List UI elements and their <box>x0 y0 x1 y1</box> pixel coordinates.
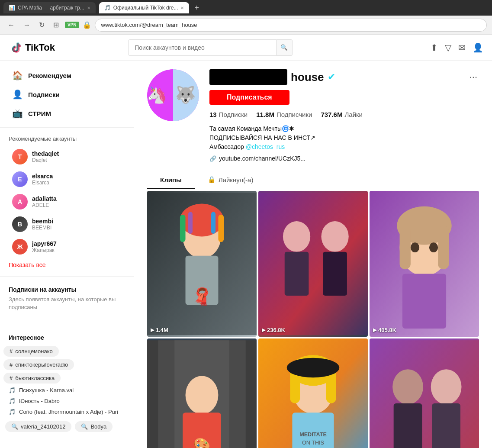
tab-1[interactable]: 📊 CPA Mafia — арбитраж тр... ✕ <box>3 2 96 13</box>
upload-icon[interactable]: ⬆ <box>431 42 438 53</box>
video-card-6[interactable]: ▶ 103.2K <box>370 338 479 448</box>
search-label-1: valeria_24102012 <box>21 423 65 430</box>
music-item-3[interactable]: 🎵 Соño (feat. Jhorrmountain x Adje) - Pu… <box>0 406 134 417</box>
stat-followers-number: 11.8M <box>256 111 274 118</box>
sidebar-account-japyr667[interactable]: Ж japyr667 Жапырак <box>3 235 130 258</box>
video-card-4[interactable]: 🎨 ▶ 1.6M <box>147 338 257 448</box>
hashtag-icon-1: # <box>10 348 13 355</box>
video-card-1[interactable]: 🧣 ▶ 1.4M <box>147 191 257 337</box>
profile-tabs: Клипы 🔒 Лайкнул(-а) <box>147 171 479 189</box>
show-all-link[interactable]: Показать все <box>0 258 134 272</box>
hashtag-icon-2: # <box>10 361 13 368</box>
tab1-close-button[interactable]: ✕ <box>87 6 90 10</box>
video-card-2[interactable]: ▶ 236.8K <box>258 191 368 337</box>
svg-text:🧣: 🧣 <box>192 287 212 306</box>
sidebar-divider-1 <box>0 127 134 128</box>
subscribe-button[interactable]: Подписаться <box>209 90 289 105</box>
forward-button[interactable]: → <box>21 19 33 31</box>
account-name-adaliatta: adaliatta <box>32 195 57 202</box>
sidebar: 🏠 Рекомендуем 👤 Подписки 📺 СТРИМ Рекомен… <box>0 61 134 448</box>
account-name-japyr667: japyr667 <box>32 240 57 247</box>
search-item-2[interactable]: 🔍 Bodya <box>75 421 113 432</box>
sidebar-item-subscriptions[interactable]: 👤 Подписки <box>3 85 130 104</box>
avatar-thedaqlet: T <box>12 149 28 164</box>
search-button[interactable]: 🔍 <box>277 39 293 56</box>
new-tab-button[interactable]: + <box>193 3 201 13</box>
message-icon[interactable]: ✉ <box>458 42 466 53</box>
svg-rect-14 <box>211 212 215 234</box>
filter-icon[interactable]: ▽ <box>445 42 451 53</box>
stat-followers-label: Подписчики <box>277 111 312 118</box>
tab-clips[interactable]: Клипы <box>147 171 195 189</box>
profile-username-hidden <box>209 69 287 85</box>
video-thumb-1: 🧣 <box>147 191 257 337</box>
search-label-2: Bodya <box>90 423 106 430</box>
profile-avatar: 🦄 🐺 <box>147 69 199 121</box>
play-icon-2: ▶ <box>262 327 265 333</box>
music-icon-1: 🎵 <box>9 387 16 393</box>
grid-button[interactable]: ⊞ <box>51 19 61 31</box>
search-icon-2: 🔍 <box>81 423 88 430</box>
tab-liked[interactable]: 🔒 Лайкнул(-а) <box>195 171 267 189</box>
main-content: 🦄 🐺 house ✔ ··· Подписаться <box>134 61 492 448</box>
svg-rect-11 <box>180 215 186 242</box>
video-card-5[interactable]: MEDITATE ON THIS ▶ 530.1K <box>258 338 368 448</box>
hashtag-chip-1[interactable]: # солнцемонако <box>3 346 59 357</box>
cheetos-link[interactable]: @cheetos_rus <box>246 143 285 150</box>
profile-link[interactable]: 🔗 youtube.com/channel/UCzKJ5... <box>209 155 479 162</box>
account-handle-beembi: BEEMBI <box>32 225 53 231</box>
hashtag-chip-2[interactable]: # спиктокерыloveradio <box>3 359 74 370</box>
tab2-close-button[interactable]: ✕ <box>180 6 184 10</box>
account-info-thedaqlet: thedaqlet Daqlet <box>32 150 59 163</box>
reload-button[interactable]: ↻ <box>36 19 47 31</box>
video-views-3: ▶ 405.8K <box>373 327 396 333</box>
tiktok-header: TikTok 🔍 ⬆ ▽ ✉ 👤 <box>0 35 492 61</box>
sidebar-divider-2 <box>0 276 134 277</box>
svg-point-35 <box>186 376 219 415</box>
account-handle-japyr667: Жапырак <box>32 247 57 253</box>
stat-following-number: 13 <box>209 111 217 118</box>
svg-point-28 <box>411 242 419 252</box>
svg-text:🦄: 🦄 <box>147 85 167 105</box>
avatar-adaliatta: A <box>12 194 28 209</box>
video-thumb-5: MEDITATE ON THIS <box>258 338 368 448</box>
sidebar-account-adaliatta[interactable]: A adaliatta ADELE <box>3 190 130 213</box>
sidebar-account-thedaqlet[interactable]: T thedaqlet Daqlet <box>3 145 130 168</box>
video-card-3[interactable]: ▶ 405.8K <box>370 191 479 337</box>
tiktok-body: 🏠 Рекомендуем 👤 Подписки 📺 СТРИМ Рекомен… <box>0 61 492 448</box>
search-item-1[interactable]: 🔍 valeria_24102012 <box>5 421 71 432</box>
video-views-2: ▶ 236.8K <box>262 327 285 333</box>
profile-info: house ✔ ··· Подписаться 13 Подписки 11.8… <box>209 69 479 162</box>
logo-text: TikTok <box>25 42 55 53</box>
search-input[interactable] <box>128 39 276 56</box>
hashtag-chip-3[interactable]: # бьютиклассика <box>3 373 61 384</box>
search-icon: 🔍 <box>280 44 288 51</box>
hashtag-label-3: бьютиклассика <box>15 375 55 381</box>
address-bar[interactable] <box>95 19 487 32</box>
account-handle-thedaqlet: Daqlet <box>32 157 59 163</box>
tiktok-logo[interactable]: TikTok <box>9 41 55 55</box>
back-button[interactable]: ← <box>5 19 17 31</box>
video-thumb-4: 🎨 <box>147 338 257 448</box>
interesting-title: Интересное <box>0 331 134 345</box>
music-item-2[interactable]: 🎵 Юность - Dabro <box>0 396 134 406</box>
music-item-1[interactable]: 🎵 Психушка - Karna.val <box>0 385 134 396</box>
sidebar-account-elsarca[interactable]: E elsarca Elsarca <box>3 168 130 190</box>
avatar-elsarca: E <box>12 171 28 187</box>
more-options-button[interactable]: ··· <box>468 70 479 84</box>
stat-following: 13 Подписки <box>209 111 248 118</box>
svg-point-29 <box>429 242 438 252</box>
tab2-favicon: 🎵 <box>104 5 111 11</box>
avatar-japyr667: Ж <box>12 239 28 255</box>
sidebar-item-recommend[interactable]: 🏠 Рекомендуем <box>3 66 130 85</box>
svg-rect-30 <box>402 274 446 329</box>
video-grid: 🧣 ▶ 1.4M <box>147 191 479 448</box>
play-icon-3: ▶ <box>373 327 376 333</box>
tab-2[interactable]: 🎵 Официальный TikTok dre... ✕ <box>99 2 190 13</box>
sidebar-item-stream[interactable]: 📺 СТРИМ <box>3 104 130 123</box>
profile-link-text: youtube.com/channel/UCzKJ5... <box>219 155 305 162</box>
avatar-icon[interactable]: 👤 <box>473 42 483 53</box>
svg-rect-12 <box>218 215 224 242</box>
interesting-section: Интересное # солнцемонако # спиктокерыlo… <box>0 326 134 441</box>
sidebar-account-beembi[interactable]: B beembi BEEMBI <box>3 213 130 235</box>
